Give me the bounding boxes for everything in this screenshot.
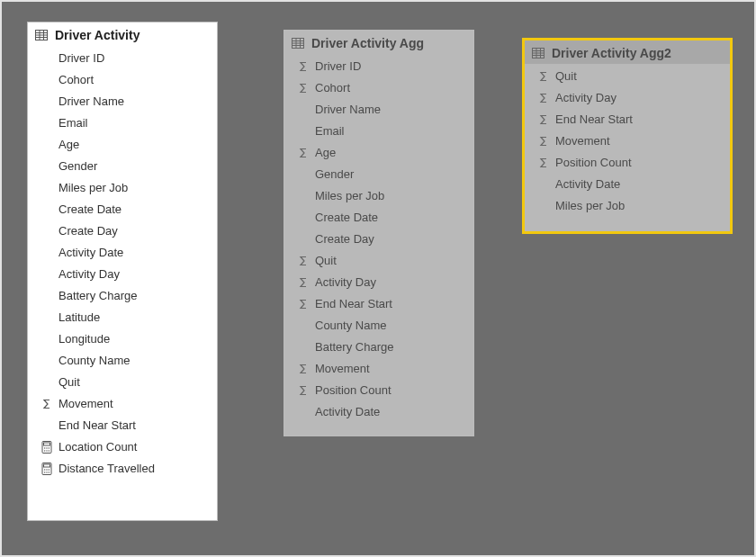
- svg-rect-15: [44, 464, 50, 467]
- field-row[interactable]: Quit: [28, 372, 217, 393]
- sigma-icon: [292, 277, 315, 288]
- field-row[interactable]: Driver ID: [284, 56, 473, 77]
- svg-point-17: [46, 469, 47, 470]
- field-row[interactable]: Position Count: [525, 152, 730, 174]
- panel-title: Driver Activity Agg2: [552, 46, 671, 60]
- field-label: Miles per Job: [58, 179, 210, 197]
- field-row[interactable]: County Name: [284, 315, 473, 337]
- panel-title: Driver Activity Agg: [311, 36, 424, 50]
- table-panel-driver-activity-agg2[interactable]: Driver Activity Agg2 QuitActivity DayEnd…: [522, 38, 733, 234]
- field-label: Quit: [58, 373, 210, 391]
- panel-title: Driver Activity: [55, 28, 140, 42]
- field-row[interactable]: End Near Start: [28, 415, 217, 436]
- field-label: Driver Name: [58, 93, 210, 111]
- field-label: Cohort: [315, 79, 466, 97]
- field-row[interactable]: Age: [28, 134, 217, 156]
- field-row[interactable]: Longitude: [28, 328, 217, 350]
- panel-header: Driver Activity Agg: [284, 31, 473, 54]
- field-row[interactable]: Driver ID: [28, 48, 217, 69]
- field-label: Activity Day: [315, 274, 466, 292]
- field-label: Gender: [58, 157, 210, 175]
- field-row[interactable]: Create Date: [28, 199, 217, 220]
- field-label: Create Day: [58, 222, 210, 240]
- table-panel-driver-activity[interactable]: Driver Activity Driver IDCohortDriver Na…: [27, 22, 218, 521]
- field-label: Activity Day: [58, 265, 210, 283]
- field-row[interactable]: Miles per Job: [284, 185, 473, 207]
- field-row[interactable]: Driver Name: [28, 91, 217, 112]
- field-row[interactable]: Battery Charge: [28, 285, 217, 307]
- field-row[interactable]: Quit: [525, 66, 730, 87]
- sigma-icon: [35, 399, 58, 409]
- field-label: Activity Date: [315, 403, 466, 421]
- svg-point-21: [49, 472, 50, 472]
- field-row[interactable]: Movement: [525, 130, 730, 152]
- panel-body: Driver IDCohortDriver NameEmailAgeGender…: [284, 54, 473, 436]
- field-row[interactable]: Latitude: [28, 307, 217, 328]
- field-row[interactable]: Activity Date: [525, 174, 730, 195]
- field-row[interactable]: Gender: [28, 156, 217, 177]
- svg-point-16: [44, 469, 45, 470]
- field-row[interactable]: Create Date: [284, 207, 473, 229]
- svg-point-20: [46, 472, 47, 472]
- svg-point-10: [49, 447, 50, 448]
- sigma-icon: [532, 157, 555, 168]
- field-row[interactable]: Age: [284, 142, 473, 164]
- field-row[interactable]: Miles per Job: [28, 177, 217, 199]
- field-row[interactable]: Email: [284, 121, 473, 142]
- field-label: Driver ID: [315, 58, 466, 76]
- field-row[interactable]: Battery Charge: [284, 337, 473, 358]
- panel-body: Driver IDCohortDriver NameEmailAgeGender…: [28, 46, 217, 492]
- field-label: Miles per Job: [555, 197, 723, 215]
- field-row[interactable]: Gender: [284, 164, 473, 185]
- field-row[interactable]: Activity Date: [284, 401, 473, 423]
- field-label: Driver Name: [315, 101, 466, 119]
- field-row[interactable]: Activity Day: [28, 264, 217, 285]
- field-label: Longitude: [58, 330, 210, 348]
- svg-point-19: [44, 472, 45, 472]
- panel-header: Driver Activity Agg2: [525, 40, 730, 64]
- field-label: Movement: [58, 395, 210, 413]
- field-label: Distance Travelled: [58, 460, 210, 478]
- field-row[interactable]: Quit: [284, 250, 473, 272]
- field-row[interactable]: Movement: [284, 358, 473, 380]
- field-row[interactable]: Activity Date: [28, 242, 217, 264]
- sigma-icon: [292, 148, 315, 158]
- field-label: End Near Start: [315, 295, 466, 313]
- field-row[interactable]: End Near Start: [525, 109, 730, 130]
- field-label: End Near Start: [58, 417, 210, 435]
- panel-body: QuitActivity DayEnd Near StartMovementPo…: [525, 64, 730, 229]
- field-row[interactable]: Activity Day: [284, 272, 473, 293]
- field-row[interactable]: Create Day: [28, 220, 217, 242]
- panel-header: Driver Activity: [28, 22, 217, 46]
- field-row[interactable]: Create Day: [284, 229, 473, 250]
- field-label: Quit: [555, 67, 723, 85]
- field-row[interactable]: End Near Start: [284, 293, 473, 315]
- field-row[interactable]: Movement: [28, 393, 217, 415]
- table-icon: [532, 48, 544, 58]
- calculator-icon: [35, 463, 58, 475]
- field-label: Movement: [315, 360, 466, 378]
- sigma-icon: [532, 93, 555, 103]
- field-row[interactable]: Cohort: [284, 77, 473, 99]
- svg-point-9: [46, 447, 47, 448]
- field-row[interactable]: Position Count: [284, 380, 473, 401]
- field-label: Location Count: [58, 438, 210, 456]
- field-row[interactable]: Location Count: [28, 436, 217, 458]
- field-row[interactable]: County Name: [28, 350, 217, 372]
- svg-point-12: [46, 450, 47, 451]
- field-label: Cohort: [58, 71, 210, 89]
- field-label: Movement: [555, 132, 723, 150]
- field-row[interactable]: Email: [28, 112, 217, 134]
- field-label: Age: [315, 144, 466, 162]
- field-row[interactable]: Cohort: [28, 69, 217, 91]
- field-row[interactable]: Driver Name: [284, 99, 473, 121]
- svg-point-13: [49, 450, 50, 451]
- field-row[interactable]: Activity Day: [525, 87, 730, 109]
- table-panel-driver-activity-agg[interactable]: Driver Activity Agg Driver IDCohortDrive…: [284, 30, 474, 436]
- field-row[interactable]: Distance Travelled: [28, 458, 217, 480]
- sigma-icon: [532, 71, 555, 82]
- sigma-icon: [292, 385, 315, 396]
- sigma-icon: [292, 364, 315, 374]
- field-label: End Near Start: [555, 111, 723, 129]
- field-row[interactable]: Miles per Job: [525, 195, 730, 217]
